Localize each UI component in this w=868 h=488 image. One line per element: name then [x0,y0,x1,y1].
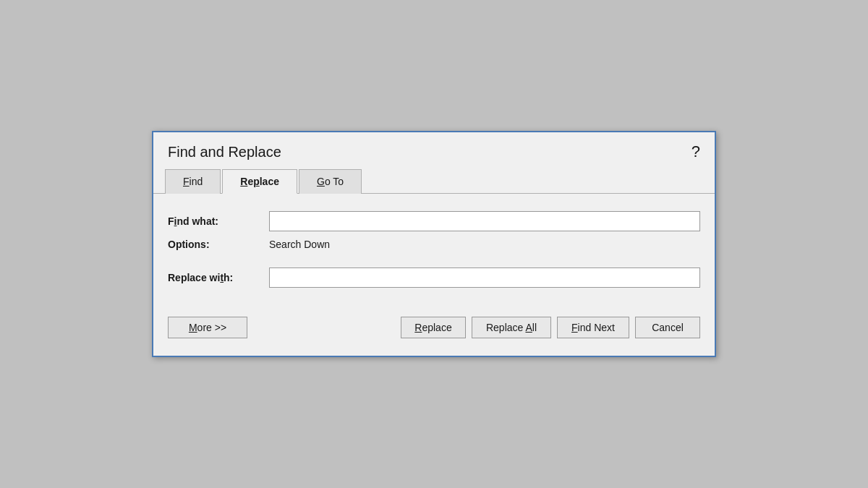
dialog-title: Find and Replace [168,144,281,160]
tab-replace[interactable]: Replace [222,169,297,194]
find-next-button[interactable]: Find Next [557,317,629,338]
right-buttons: Replace Replace All Find Next Cancel [401,317,700,338]
tab-replace-label: Replace [240,176,279,187]
tab-goto-label: Go To [317,176,344,187]
tabs-container: Find Replace Go To [153,168,715,194]
find-what-label: Find what: [168,215,269,227]
cancel-button[interactable]: Cancel [635,317,700,338]
options-row: Options: Search Down [168,239,700,250]
options-label: Options: [168,239,269,250]
replace-with-row: Replace with: [168,267,700,288]
find-what-input[interactable] [269,211,700,231]
buttons-row: More >> Replace Replace All Find Next Ca… [168,317,700,341]
find-what-row: Find what: [168,211,700,231]
replace-with-label: Replace with: [168,272,269,283]
options-value: Search Down [269,239,330,250]
replace-all-button[interactable]: Replace All [472,317,551,338]
tab-goto[interactable]: Go To [299,169,362,194]
title-bar: Find and Replace ? [153,132,715,168]
replace-with-input[interactable] [269,267,700,288]
left-buttons: More >> [168,317,247,338]
dialog-content: Find what: Options: Search Down Replace … [153,194,715,356]
help-icon[interactable]: ? [692,142,700,161]
replace-button[interactable]: Replace [401,317,466,338]
tab-find[interactable]: Find [165,169,221,194]
more-button[interactable]: More >> [168,317,247,338]
tab-find-label: Find [183,176,203,187]
find-replace-dialog: Find and Replace ? Find Replace Go To Fi… [152,131,716,357]
